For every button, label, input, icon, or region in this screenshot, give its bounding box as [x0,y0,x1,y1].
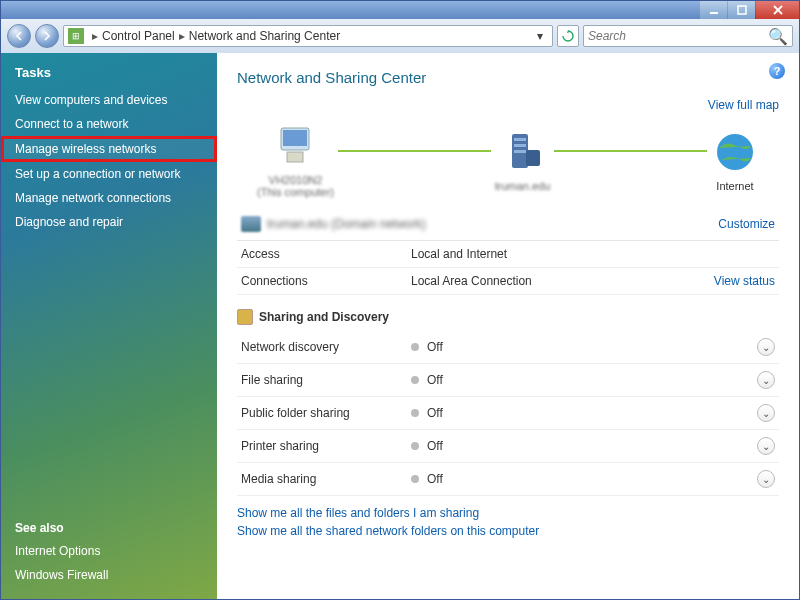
refresh-button[interactable] [557,25,579,47]
status-dot [411,475,419,483]
sharing-key: Network discovery [241,340,411,354]
connections-label: Connections [241,274,411,288]
see-also-heading: See also [1,511,217,539]
task-setup-connection[interactable]: Set up a connection or network [1,162,217,186]
svg-rect-8 [514,138,526,141]
map-node-label: Internet [711,180,759,192]
view-full-map-link[interactable]: View full map [708,98,779,112]
svg-rect-0 [710,12,718,14]
customize-link[interactable]: Customize [718,217,775,231]
map-node-label: VH2010N2 [257,174,334,186]
sharing-key: Printer sharing [241,439,411,453]
sharing-value: Off [427,472,757,486]
status-dot [411,409,419,417]
page-title: Network and Sharing Center [237,69,779,86]
network-header-row: truman.edu (Domain network) Customize [237,208,779,241]
sharing-value: Off [427,373,757,387]
search-box[interactable]: 🔍 [583,25,793,47]
map-connection-line [338,150,491,152]
sharing-key: Public folder sharing [241,406,411,420]
access-label: Access [241,247,411,261]
sharing-heading: Sharing and Discovery [259,310,389,324]
network-icon [241,216,261,232]
show-folders-link[interactable]: Show me all the shared network folders o… [237,524,779,538]
search-icon[interactable]: 🔍 [768,27,788,46]
search-input[interactable] [588,29,768,43]
main-panel: ? Network and Sharing Center View full m… [217,53,799,599]
network-map: VH2010N2 (This computer) truman.edu Inte… [237,116,779,208]
svg-rect-5 [283,130,307,146]
sharing-row-file-sharing: File sharing Off ⌄ [237,364,779,397]
sharing-row-media-sharing: Media sharing Off ⌄ [237,463,779,496]
sidebar: Tasks View computers and devices Connect… [1,53,217,599]
expand-button[interactable]: ⌄ [757,371,775,389]
svg-rect-6 [287,152,303,162]
sharing-row-network-discovery: Network discovery Off ⌄ [237,331,779,364]
bottom-links: Show me all the files and folders I am s… [237,506,779,538]
map-node-domain: truman.edu [495,128,551,192]
connections-row: Connections Local Area Connection View s… [237,268,779,295]
breadcrumb[interactable]: ⊞ ▸ Control Panel ▸ Network and Sharing … [63,25,553,47]
sharing-value: Off [427,340,757,354]
view-status-link[interactable]: View status [714,274,775,288]
expand-button[interactable]: ⌄ [757,338,775,356]
svg-point-12 [717,134,753,170]
map-node-internet: Internet [711,128,759,192]
task-manage-wireless[interactable]: Manage wireless networks [1,136,217,162]
see-also-internet-options[interactable]: Internet Options [1,539,217,563]
network-name: truman.edu (Domain network) [267,217,718,231]
server-icon [499,128,547,176]
sharing-key: File sharing [241,373,411,387]
sharing-icon [237,309,253,325]
task-diagnose-repair[interactable]: Diagnose and repair [1,210,217,234]
help-icon[interactable]: ? [769,63,785,79]
breadcrumb-part[interactable]: Control Panel [102,29,175,43]
content-area: Tasks View computers and devices Connect… [1,53,799,599]
task-manage-connections[interactable]: Manage network connections [1,186,217,210]
access-row: Access Local and Internet [237,241,779,268]
access-value: Local and Internet [411,247,775,261]
sharing-section-title: Sharing and Discovery [237,309,779,325]
maximize-button[interactable] [727,1,755,19]
connections-value: Local Area Connection [411,274,714,288]
expand-button[interactable]: ⌄ [757,437,775,455]
sharing-row-printer-sharing: Printer sharing Off ⌄ [237,430,779,463]
task-view-computers[interactable]: View computers and devices [1,88,217,112]
forward-button[interactable] [35,24,59,48]
show-files-link[interactable]: Show me all the files and folders I am s… [237,506,779,520]
map-node-sublabel: (This computer) [257,186,334,198]
status-dot [411,442,419,450]
svg-rect-10 [514,150,526,153]
minimize-button[interactable] [699,1,727,19]
expand-button[interactable]: ⌄ [757,470,775,488]
breadcrumb-part[interactable]: Network and Sharing Center [189,29,340,43]
sharing-value: Off [427,406,757,420]
address-bar: ⊞ ▸ Control Panel ▸ Network and Sharing … [1,19,799,53]
see-also-windows-firewall[interactable]: Windows Firewall [1,563,217,587]
svg-rect-9 [514,144,526,147]
sharing-key: Media sharing [241,472,411,486]
map-connection-line [554,150,707,152]
back-button[interactable] [7,24,31,48]
map-node-computer: VH2010N2 (This computer) [257,122,334,198]
svg-rect-1 [738,6,746,14]
task-connect-network[interactable]: Connect to a network [1,112,217,136]
breadcrumb-sep: ▸ [92,29,98,43]
breadcrumb-sep: ▸ [179,29,185,43]
close-button[interactable] [755,1,799,19]
sharing-row-public-folder: Public folder sharing Off ⌄ [237,397,779,430]
map-node-label: truman.edu [495,180,551,192]
titlebar [1,1,799,19]
control-panel-icon: ⊞ [68,28,84,44]
svg-rect-11 [526,150,540,166]
breadcrumb-dropdown[interactable]: ▾ [532,29,548,43]
status-dot [411,343,419,351]
tasks-heading: Tasks [1,65,217,88]
status-dot [411,376,419,384]
expand-button[interactable]: ⌄ [757,404,775,422]
sharing-value: Off [427,439,757,453]
globe-icon [711,128,759,176]
window: ⊞ ▸ Control Panel ▸ Network and Sharing … [0,0,800,600]
computer-icon [272,122,320,170]
